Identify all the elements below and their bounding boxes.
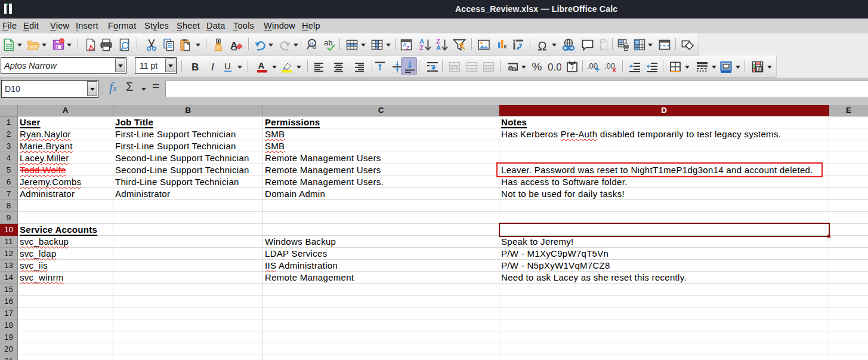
- svg-text:x: x: [612, 65, 617, 74]
- svg-text:Z: Z: [419, 44, 424, 51]
- svg-text:A: A: [258, 60, 265, 70]
- svg-text:d: d: [313, 44, 316, 50]
- svg-text:%: %: [532, 60, 542, 73]
- svg-text:ab: ab: [324, 38, 332, 47]
- svg-text:Z: Z: [406, 45, 410, 51]
- svg-text:A: A: [436, 44, 441, 51]
- svg-text:B: B: [191, 61, 199, 73]
- svg-text:U: U: [224, 61, 231, 71]
- svg-text:0.0: 0.0: [548, 61, 561, 73]
- svg-text:+: +: [595, 64, 600, 74]
- svg-text:7: 7: [570, 64, 574, 72]
- svg-text:I: I: [211, 61, 214, 73]
